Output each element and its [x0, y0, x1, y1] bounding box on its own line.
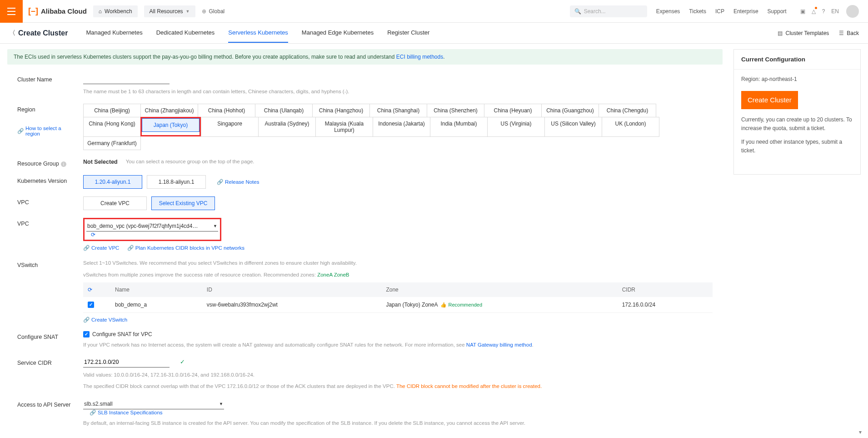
region-option[interactable]: Indonesia (Jakarta)	[373, 117, 430, 137]
checkbox-icon[interactable]	[88, 302, 94, 308]
region-option[interactable]: US (Silicon Valley)	[544, 117, 602, 137]
region-option[interactable]: China (Hong Kong)	[83, 117, 141, 137]
vpc-mode-option[interactable]: Select Existing VPC	[151, 196, 215, 210]
region-option[interactable]: UK (London)	[602, 117, 659, 137]
page-tabs: 〈 Create Cluster Managed Kubernetes Dedi…	[0, 23, 868, 44]
cloudshell-icon[interactable]: ▣	[800, 8, 805, 15]
region-option[interactable]: China (Hangzhou)	[312, 104, 370, 117]
create-vpc-link[interactable]: 🔗Create VPC	[83, 245, 119, 251]
global-search[interactable]: 🔍 Search...	[570, 5, 647, 17]
link-icon: 🔗	[90, 409, 96, 416]
region-option[interactable]: China (Heyuan)	[484, 104, 542, 117]
slb-spec-dropdown[interactable]: slb.s2.small▼	[83, 399, 224, 409]
vswitch-hint2: vSwitches from multiple zones improve th…	[83, 271, 713, 279]
language-switch[interactable]: EN	[831, 8, 839, 15]
version-option[interactable]: 1.18.8-aliyun.1	[147, 175, 206, 189]
list-icon: ☰	[839, 30, 844, 36]
region-option[interactable]: China (Chengdu)	[599, 104, 656, 117]
search-placeholder: Search...	[584, 8, 606, 15]
workbench-button[interactable]: ⌂ Workbench	[93, 5, 138, 17]
region-option[interactable]: Japan (Tokyo)	[142, 118, 200, 132]
vswitch-hint1: Select 1~10 VSwitches. We recommend that…	[83, 259, 713, 267]
scroll-down-icon[interactable]: ▾	[859, 429, 866, 436]
region-option[interactable]: Malaysia (Kuala Lumpur)	[315, 117, 373, 137]
label-k8s-version: Kubernetes Version	[17, 175, 83, 184]
templates-icon: ▤	[778, 30, 783, 36]
nat-billing-link[interactable]: NAT Gateway billing method	[466, 342, 532, 347]
brand-bracket-icon: [–]	[28, 6, 38, 16]
enterprise-link[interactable]: Enterprise	[733, 8, 758, 15]
tab-managed[interactable]: Managed Kubernetes	[86, 23, 142, 43]
top-nav-links: Expenses Tickets ICP Enterprise Support	[647, 8, 787, 15]
recommended-badge: Recommended	[440, 302, 482, 307]
all-resources-dropdown[interactable]: All Resources ▼	[144, 5, 195, 17]
service-cidr-input[interactable]	[83, 357, 170, 368]
cluster-name-input[interactable]	[83, 74, 170, 84]
region-option[interactable]: China (Beijing)	[83, 104, 141, 117]
expenses-link[interactable]: Expenses	[656, 8, 680, 15]
back-link[interactable]: ☰Back	[839, 30, 859, 36]
region-option[interactable]: China (Shenzhen)	[427, 104, 484, 117]
region-scope[interactable]: ⊕ Global	[202, 8, 225, 15]
table-row[interactable]: bob_demo_a vsw-6webalru393fmox2wj2wt Jap…	[83, 297, 713, 313]
vswitch-table: ⟳ Name ID Zone CIDR bob_demo_a vsw-6weba…	[83, 282, 713, 313]
region-option[interactable]: China (Guangzhou)	[541, 104, 599, 117]
cluster-name-hint: The name must be 1 to 63 characters in l…	[83, 88, 713, 96]
plan-cidr-link[interactable]: 🔗Plan Kubernetes CIDR blocks in VPC netw…	[127, 245, 244, 251]
slb-spec-link[interactable]: 🔗SLB Instance Specifications	[90, 409, 163, 416]
page-title[interactable]: 〈 Create Cluster	[9, 29, 68, 37]
tab-register[interactable]: Register Cluster	[387, 23, 429, 43]
release-notes-link[interactable]: 🔗Release Notes	[217, 179, 259, 185]
menu-toggle[interactable]	[0, 0, 23, 23]
vpc-dropdown[interactable]: bob_demo_vpc (vpc-6wej7f2f7qhfym1j4cd4q,…	[86, 221, 218, 232]
refresh-icon[interactable]: ⟳	[91, 232, 95, 238]
notifications-icon[interactable]: △	[812, 8, 816, 15]
region-option[interactable]: China (Zhangjiakou)	[140, 104, 198, 117]
side-title: Current Configuration	[734, 50, 860, 70]
region-option[interactable]: China (Ulanqab)	[255, 104, 313, 117]
brand-logo[interactable]: [–] Alibaba Cloud	[28, 6, 87, 16]
help-icon[interactable]: ?	[822, 8, 825, 15]
create-cluster-button[interactable]: Create Cluster	[741, 91, 798, 109]
support-link[interactable]: Support	[768, 8, 787, 15]
label-vpc-mode: VPC	[17, 196, 83, 206]
region-option[interactable]: Australia (Sydney)	[258, 117, 316, 137]
chevron-down-icon: ▼	[213, 224, 217, 228]
refresh-icon[interactable]: ⟳	[88, 287, 92, 293]
region-option[interactable]: China (Shanghai)	[369, 104, 427, 117]
label-region: Region 🔗How to select a region	[17, 104, 83, 136]
side-note1: Currently, you can create up to 20 clust…	[741, 116, 853, 133]
resource-group-hint: You can select a resource group on the t…	[126, 158, 254, 166]
region-option[interactable]: India (Mumbai)	[430, 117, 488, 137]
cidr-hint2: The specified CIDR block cannot overlap …	[83, 383, 713, 390]
zonea-link[interactable]: ZoneA	[317, 272, 332, 277]
info-banner: The ECIs used in serverless Kubernetes c…	[7, 49, 723, 65]
hamburger-icon	[7, 7, 15, 15]
icp-link[interactable]: ICP	[715, 8, 724, 15]
create-vswitch-link[interactable]: 🔗Create VSwitch	[83, 317, 127, 323]
tab-serverless[interactable]: Serverless Kubernetes	[228, 23, 288, 43]
region-option[interactable]: Germany (Frankfurt)	[83, 136, 141, 150]
user-avatar[interactable]	[846, 5, 859, 18]
info-icon[interactable]: i	[61, 161, 66, 167]
tickets-link[interactable]: Tickets	[689, 8, 706, 15]
region-option[interactable]: US (Virginia)	[487, 117, 545, 137]
cluster-templates-link[interactable]: ▤Cluster Templates	[778, 30, 829, 36]
zoneb-link[interactable]: ZoneB	[334, 272, 349, 277]
region-help-link[interactable]: 🔗How to select a region	[17, 126, 77, 136]
label-vpc-select: VPC	[17, 218, 83, 227]
label-cluster-name: Cluster Name	[17, 74, 83, 83]
vpc-select-highlight: bob_demo_vpc (vpc-6wej7f2f7qhfym1j4cd4q,…	[83, 218, 221, 241]
region-option[interactable]: Singapore	[201, 117, 259, 137]
tab-dedicated[interactable]: Dedicated Kubernetes	[156, 23, 215, 43]
snat-checkbox[interactable]: Configure SNAT for VPC	[83, 331, 713, 337]
tab-edge[interactable]: Managed Edge Kubernetes	[302, 23, 374, 43]
vpc-mode-option[interactable]: Create VPC	[83, 196, 147, 210]
eci-billing-link[interactable]: ECI billing methods	[396, 54, 443, 60]
label-api-server: Access to API Server	[17, 399, 83, 408]
top-header: [–] Alibaba Cloud ⌂ Workbench All Resour…	[0, 0, 868, 23]
region-option[interactable]: China (Hohhot)	[198, 104, 255, 117]
snat-hint: If your VPC network has no Internet acce…	[83, 341, 713, 349]
version-option[interactable]: 1.20.4-aliyun.1	[83, 175, 142, 189]
brand-text: Alibaba Cloud	[41, 7, 87, 15]
